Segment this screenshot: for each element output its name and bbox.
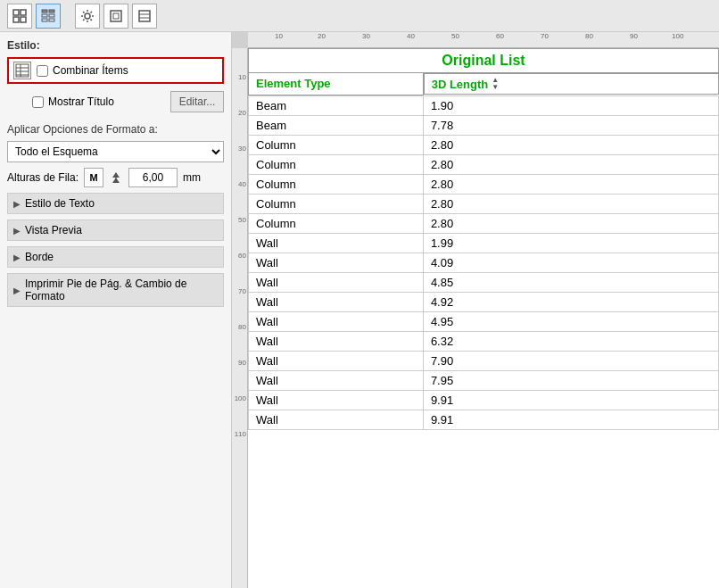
row-height-unit: mm xyxy=(183,171,201,184)
svg-rect-3 xyxy=(21,17,26,22)
grid-detail-icon xyxy=(41,9,55,23)
length-cell: 6.32 xyxy=(423,331,718,351)
element-type-cell: Wall xyxy=(249,351,424,370)
element-type-cell: Wall xyxy=(249,233,424,253)
ruler-top-mark-60: 60 xyxy=(496,32,504,40)
text-style-section[interactable]: ▶ Estilo de Texto xyxy=(7,193,224,214)
print-footer-section[interactable]: ▶ Imprimir Pie de Pág. & Cambio de Forma… xyxy=(7,273,224,307)
style-row: Combinar Ítems xyxy=(7,57,224,84)
combinar-items-checkbox[interactable] xyxy=(37,65,48,77)
table-row: Wall4.95 xyxy=(249,311,719,331)
element-type-cell: Beam xyxy=(249,95,424,115)
grid-detail-view-button[interactable] xyxy=(36,4,61,29)
svg-rect-1 xyxy=(21,10,26,15)
ruler-left-mark-30: 30 xyxy=(238,145,246,153)
table-row: Column2.80 xyxy=(249,174,719,194)
table-row: Wall6.32 xyxy=(249,331,719,351)
table-row: Wall4.09 xyxy=(249,253,719,272)
table-container[interactable]: Original List Element Type 3D Length ▲▼ … xyxy=(248,48,719,588)
svg-rect-7 xyxy=(49,14,54,17)
length-cell: 9.91 xyxy=(423,390,718,410)
ruler-top-mark-80: 80 xyxy=(585,32,593,40)
list-table: Original List Element Type 3D Length ▲▼ xyxy=(248,48,719,95)
sort-arrows-icon[interactable]: ▲▼ xyxy=(492,77,499,91)
ruler-left-mark-10: 10 xyxy=(238,73,246,81)
ruler-left-mark-40: 40 xyxy=(238,180,246,188)
element-type-cell: Beam xyxy=(249,115,424,135)
element-type-cell: Wall xyxy=(249,331,424,351)
row-height-input[interactable]: 6,00 xyxy=(128,168,178,187)
preview-section[interactable]: ▶ Vista Previa xyxy=(7,219,224,241)
svg-rect-5 xyxy=(49,10,54,12)
combinar-items-row: Combinar Ítems xyxy=(37,62,128,79)
length-cell: 2.80 xyxy=(423,213,718,233)
ruler-left-mark-70: 70 xyxy=(238,287,246,295)
main-layout: Estilo: Combinar Ítems Mostrar Título Ed… xyxy=(0,32,719,588)
layout2-button[interactable] xyxy=(132,4,157,29)
table-row: Column2.80 xyxy=(249,194,719,213)
print-footer-label: Imprimir Pie de Pág. & Cambio de Formato xyxy=(25,277,218,302)
element-type-cell: Wall xyxy=(249,292,424,311)
print-footer-arrow-icon: ▶ xyxy=(13,286,21,295)
ruler-left-mark-20: 20 xyxy=(238,109,246,117)
element-type-cell: Column xyxy=(249,154,424,174)
apply-label: Aplicar Opciones de Formato a: xyxy=(7,123,224,136)
ruler-top-mark-40: 40 xyxy=(407,32,415,40)
ruler-left-mark-110: 110 xyxy=(235,430,246,438)
svg-rect-11 xyxy=(111,11,121,21)
layout2-icon xyxy=(137,9,152,23)
row-height-m-icon: M xyxy=(84,168,103,187)
length-cell: 2.80 xyxy=(423,154,718,174)
element-type-cell: Wall xyxy=(249,410,424,429)
row-height-label: Alturas de Fila: xyxy=(7,171,79,184)
grid-view-button[interactable] xyxy=(7,4,32,29)
length-cell: 7.95 xyxy=(423,370,718,390)
length-cell: 1.99 xyxy=(423,233,718,253)
combinar-items-label: Combinar Ítems xyxy=(53,64,128,77)
mostrar-titulo-label: Mostrar Título xyxy=(48,95,114,108)
ruler-top-mark-90: 90 xyxy=(630,32,638,40)
table-row: Wall7.95 xyxy=(249,370,719,390)
ruler-top-mark-100: 100 xyxy=(672,32,683,40)
svg-rect-13 xyxy=(139,11,150,21)
ruler-top: 10 20 30 40 50 60 70 80 90 100 xyxy=(248,32,719,48)
element-type-cell: Column xyxy=(249,174,424,194)
element-type-cell: Wall xyxy=(249,272,424,292)
editar-button[interactable]: Editar... xyxy=(170,91,224,112)
table-row: Wall9.91 xyxy=(249,390,719,410)
ruler-top-mark-20: 20 xyxy=(318,32,326,40)
length-cell: 9.91 xyxy=(423,410,718,429)
preview-arrow-icon: ▶ xyxy=(13,226,21,236)
mostrar-titulo-checkbox[interactable] xyxy=(32,96,44,108)
border-section[interactable]: ▶ Borde xyxy=(7,246,224,268)
element-type-cell: Column xyxy=(249,135,424,154)
length-cell: 2.80 xyxy=(423,174,718,194)
length-cell: 4.95 xyxy=(423,311,718,331)
length-cell: 4.09 xyxy=(423,253,718,272)
element-type-cell: Column xyxy=(249,213,424,233)
table-row: Beam7.78 xyxy=(249,115,719,135)
preview-label: Vista Previa xyxy=(25,224,82,236)
settings-button[interactable] xyxy=(75,4,100,29)
ruler-top-mark-70: 70 xyxy=(541,32,549,40)
ruler-top-mark-30: 30 xyxy=(362,32,370,40)
right-panel: 10 20 30 40 50 60 70 80 90 100 10 20 30 … xyxy=(232,32,719,588)
element-type-cell: Wall xyxy=(249,311,424,331)
row-height-arrows-icon xyxy=(109,170,123,185)
svg-rect-0 xyxy=(13,10,19,15)
style-icon xyxy=(13,62,31,79)
layout-button[interactable] xyxy=(103,4,128,29)
table-row: Wall4.92 xyxy=(249,292,719,311)
ruler-left-mark-60: 60 xyxy=(238,252,246,260)
table-row: Wall1.99 xyxy=(249,233,719,253)
table-title-row: Original List xyxy=(249,49,719,73)
length-cell: 7.78 xyxy=(423,115,718,135)
svg-rect-2 xyxy=(13,17,19,22)
svg-rect-8 xyxy=(42,19,47,21)
layout-icon xyxy=(109,9,123,23)
format-scope-dropdown[interactable]: Todo el Esquema xyxy=(7,141,224,162)
length-cell: 7.90 xyxy=(423,351,718,370)
ruler-left-mark-80: 80 xyxy=(238,323,246,331)
ruler-left-mark-100: 100 xyxy=(235,394,246,402)
length-cell: 2.80 xyxy=(423,194,718,213)
